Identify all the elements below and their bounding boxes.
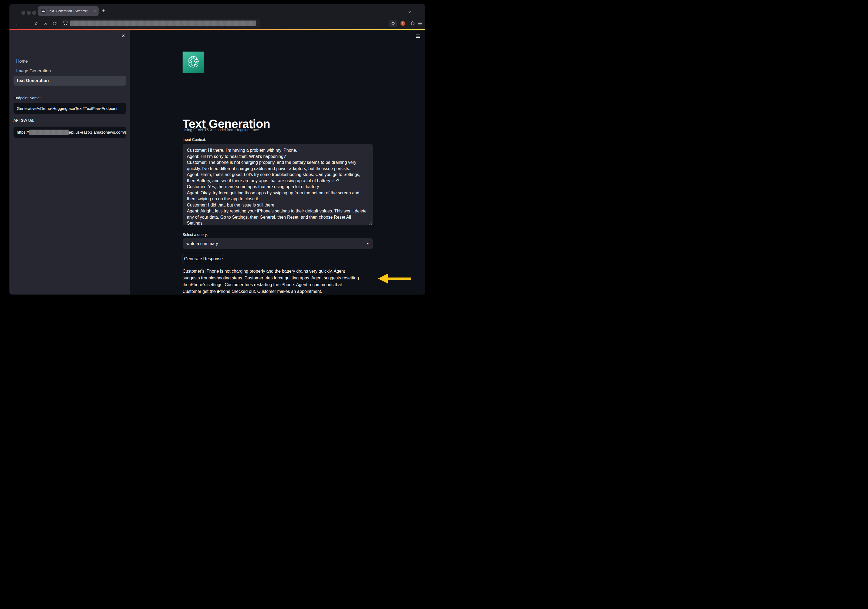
page-caption: Using FLAN-T5-XL model from Hugging Face: [183, 128, 259, 132]
new-tab-button[interactable]: +: [102, 8, 105, 14]
private-mask-icon[interactable]: ∞: [41, 21, 50, 26]
browser-tab[interactable]: Text_Generation · Streamlit ✕: [38, 6, 99, 16]
api-gw-url-input[interactable]: https://api.us-east-1.amazonaws.com/p: [14, 127, 126, 138]
redacted-url-segment: [29, 130, 68, 135]
ml-brain-logo: [183, 51, 204, 73]
traffic-light-close[interactable]: [21, 11, 25, 15]
extensions-puzzle-icon[interactable]: [409, 21, 415, 26]
traffic-light-zoom[interactable]: [32, 11, 36, 15]
streamlit-favicon-icon: [41, 9, 46, 14]
endpoint-name-input[interactable]: GenerativeAiDemo-HuggingfaceText2TextFla…: [14, 103, 126, 114]
back-icon[interactable]: ←: [13, 21, 22, 26]
generate-response-button[interactable]: Generate Response: [183, 254, 224, 264]
extension-badge-icon[interactable]: I: [399, 20, 406, 26]
sidebar-item-image-generation[interactable]: Image Generation: [14, 66, 126, 76]
forward-icon[interactable]: →: [22, 21, 32, 26]
redacted-url: [70, 20, 256, 26]
input-context-label: Input Context:: [183, 138, 206, 142]
streamlit-menu-icon[interactable]: [416, 34, 420, 38]
generated-response-text: Customer's iPhone is not charging proper…: [183, 268, 361, 295]
sidebar-close-icon[interactable]: ✕: [121, 33, 125, 39]
input-context-textarea[interactable]: Customer: Hi there, I'm having a problem…: [183, 144, 373, 226]
sidebar-item-home[interactable]: Home: [14, 56, 126, 66]
api-gw-url-label: API GW Url:: [14, 118, 34, 122]
endpoint-name-label: Endpoint Name:: [14, 96, 40, 100]
select-query-label: Select a query:: [183, 232, 208, 237]
tab-close-icon[interactable]: ✕: [93, 9, 96, 13]
query-select[interactable]: write a summary ▼: [183, 238, 373, 249]
tab-title: Text_Generation · Streamlit: [48, 9, 91, 13]
traffic-light-minimize[interactable]: [27, 11, 31, 15]
sidebar: ✕ Home Image Generation Text Generation …: [9, 30, 130, 295]
url-bar[interactable]: [61, 19, 260, 28]
svg-text:I: I: [402, 22, 403, 25]
tab-list-chevron-icon[interactable]: [408, 9, 411, 14]
main-area: Text Generation Using FLAN-T5-XL model f…: [130, 30, 425, 295]
sidebar-item-text-generation[interactable]: Text Generation: [14, 76, 126, 86]
streamlit-app: ✕ Home Image Generation Text Generation …: [9, 30, 425, 295]
annotation-arrow-icon: [378, 274, 411, 285]
chevron-down-icon: ▼: [366, 242, 369, 245]
sidebar-divider: [14, 90, 126, 90]
browser-menu-icon[interactable]: [418, 22, 422, 25]
bookmark-star-icon[interactable]: [389, 20, 397, 27]
shield-icon[interactable]: [64, 20, 68, 26]
reload-icon[interactable]: [50, 21, 59, 26]
bookmark-import-icon[interactable]: [32, 21, 41, 26]
browser-window: Text_Generation · Streamlit ✕ + ← → ∞: [9, 4, 425, 295]
sidebar-nav: Home Image Generation Text Generation: [14, 56, 126, 86]
browser-toolbar: ← → ∞: [9, 17, 425, 29]
tab-bar: Text_Generation · Streamlit ✕ +: [9, 4, 425, 17]
